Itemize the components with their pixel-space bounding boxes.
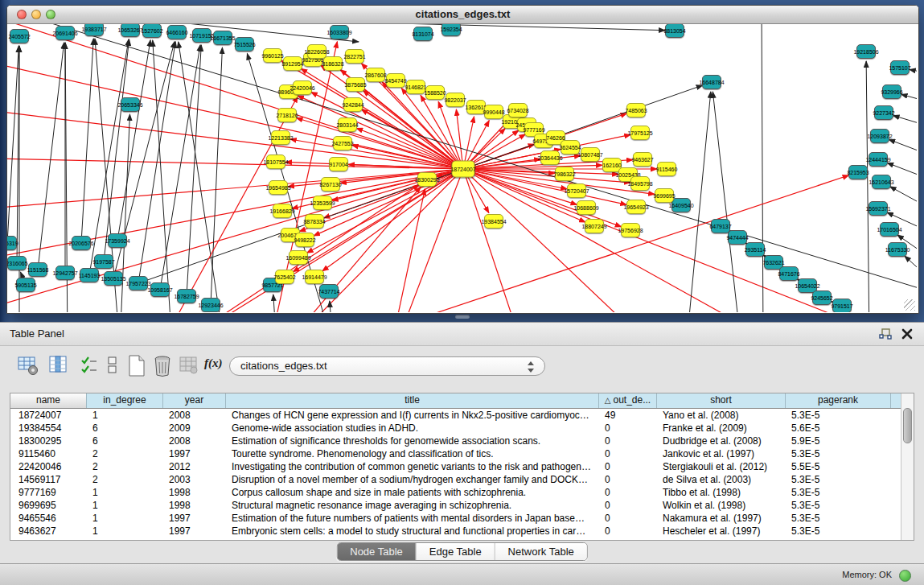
graph-node[interactable]: 1588520 — [425, 85, 445, 100]
graph-node[interactable]: 22420046 — [293, 80, 312, 95]
graph-edge[interactable] — [866, 61, 869, 312]
graph-edge[interactable] — [762, 24, 763, 312]
graph-node[interactable]: 9045319 — [7, 236, 17, 250]
tab-network-table[interactable]: Network Table — [495, 543, 587, 560]
graph-node[interactable]: 1592354 — [441, 24, 461, 36]
graph-node[interactable]: 7485063 — [626, 103, 646, 117]
column-header-name[interactable]: name — [10, 393, 87, 408]
graph-edge[interactable] — [713, 92, 741, 312]
graph-edge[interactable] — [7, 157, 463, 169]
graph-edge[interactable] — [463, 165, 602, 169]
graph-node[interactable]: 17957223 — [129, 276, 148, 290]
graph-node[interactable]: 12353599 — [313, 196, 332, 210]
graph-node[interactable]: 10807487 — [581, 147, 600, 162]
graph-node[interactable]: 18724007 — [452, 161, 475, 178]
graph-node[interactable]: 17359924 — [108, 233, 127, 248]
graph-node[interactable]: 11675330 — [888, 242, 907, 257]
graph-node[interactable]: 8131074 — [413, 27, 433, 41]
graph-node[interactable]: 19654985 — [269, 180, 288, 195]
graph-node[interactable]: 16099489 — [289, 250, 308, 265]
close-window-button[interactable] — [17, 10, 27, 19]
graph-node[interactable]: 9329966 — [882, 84, 901, 99]
column-header-out-degree[interactable]: △out_de... — [599, 393, 657, 408]
graph-node[interactable]: 10958167 — [150, 282, 170, 297]
graph-node[interactable]: 17975125 — [630, 126, 650, 140]
table-row[interactable]: 946362711997Embryonic stem cells: a mode… — [10, 525, 914, 538]
graph-node[interactable]: 9699695 — [655, 188, 674, 203]
graph-node[interactable]: 8454749 — [386, 73, 405, 88]
column-header-title[interactable]: title — [226, 393, 599, 408]
graph-node[interactable]: 19166829 — [273, 204, 292, 218]
checklist-icon[interactable] — [80, 355, 98, 376]
graph-node[interactable]: 1151568 — [28, 262, 47, 277]
window-resize-grip-icon[interactable] — [904, 299, 915, 311]
graph-node[interactable]: 12923446 — [201, 298, 220, 312]
graph-node[interactable]: 18807249 — [585, 219, 604, 233]
graph-node[interactable]: 10719155 — [192, 28, 211, 43]
graph-node[interactable]: 9791517 — [832, 299, 852, 312]
table-select-dropdown[interactable]: citations_edges.txt — [229, 356, 545, 376]
graph-node[interactable]: 8813054 — [665, 24, 684, 38]
graph-node[interactable]: 8471676 — [779, 266, 799, 281]
graph-node[interactable]: 9463627 — [633, 152, 652, 167]
graph-node[interactable]: 17016504 — [880, 222, 899, 237]
graph-node[interactable]: 19218506 — [856, 44, 876, 59]
graph-node[interactable]: 15692371 — [869, 201, 888, 216]
graph-node[interactable]: 9197587 — [94, 254, 113, 269]
graph-node[interactable]: 8215953 — [848, 165, 868, 179]
graph-node[interactable]: 8267130 — [321, 177, 340, 192]
graph-node[interactable]: 15720407 — [567, 183, 586, 198]
table-row[interactable]: 1456911722003Disruption of a novel membe… — [10, 473, 914, 486]
graph-edge[interactable] — [901, 94, 917, 101]
table-row[interactable]: 977716911998Corpus callosum shape and si… — [10, 486, 914, 499]
graph-edge[interactable] — [7, 46, 18, 243]
graph-node[interactable]: 2427552 — [333, 136, 352, 150]
graph-node[interactable]: 7515526 — [235, 37, 254, 51]
graph-edge[interactable] — [889, 139, 917, 153]
graph-edge[interactable] — [81, 39, 93, 243]
tab-node-table[interactable]: Node Table — [337, 543, 417, 560]
vertical-scrollbar[interactable] — [901, 393, 914, 540]
graph-node[interactable]: 12444159 — [869, 152, 888, 167]
graph-node[interactable]: 7437714 — [319, 284, 339, 299]
trash-icon[interactable] — [153, 355, 172, 377]
graph-node[interactable]: 6466160 — [167, 25, 187, 39]
graph-edge[interactable] — [117, 40, 150, 241]
graph-node[interactable]: 1527602 — [142, 24, 162, 38]
graph-node[interactable]: 2935114 — [745, 242, 765, 257]
graph-node[interactable]: 7986322 — [555, 167, 574, 181]
graph-node[interactable]: 9822037 — [446, 93, 465, 107]
graph-node[interactable]: 19756928 — [621, 223, 640, 237]
graph-node[interactable]: 20364436 — [540, 150, 560, 165]
network-canvas[interactable]: 2405572206914061938371710653267152760264… — [7, 24, 917, 312]
graph-node[interactable]: 16210643 — [872, 175, 891, 189]
graph-node[interactable]: 9115460 — [657, 162, 676, 176]
graph-node[interactable]: 16671355 — [213, 31, 232, 45]
graph-node[interactable]: 16033809 — [330, 25, 349, 39]
graph-node[interactable]: 8912954 — [283, 56, 302, 71]
graph-node[interactable]: 16914479 — [305, 270, 324, 284]
graph-node[interactable]: 6479137 — [711, 219, 730, 233]
graph-node[interactable]: 10653267 — [121, 24, 140, 37]
graph-node[interactable]: 2822751 — [345, 49, 364, 64]
graph-node[interactable]: 9474444 — [728, 230, 747, 245]
graph-node[interactable]: 6734028 — [508, 103, 528, 117]
pane-splitter-handle[interactable] — [455, 315, 470, 319]
graph-node[interactable]: 1575107 — [890, 60, 910, 75]
graph-node[interactable]: 13505135 — [104, 271, 123, 286]
graph-node[interactable]: 19384554 — [484, 214, 503, 229]
graph-node[interactable]: 917004 — [329, 157, 348, 171]
table-row[interactable]: 1938455462009Genome-wide association stu… — [10, 422, 914, 435]
table-row[interactable]: 911546021997Tourette syndrome. Phenomeno… — [10, 447, 914, 460]
graph-edge[interactable] — [893, 115, 917, 125]
graph-node[interactable]: 16648784 — [702, 75, 721, 89]
graph-node[interactable]: 8186328 — [323, 56, 343, 71]
graph-edge[interactable] — [463, 169, 530, 312]
table-settings-icon[interactable] — [18, 355, 39, 376]
graph-node[interactable]: 2405572 — [10, 29, 29, 43]
graph-node[interactable]: 1145193 — [80, 268, 99, 282]
graph-node[interactable]: 18300295 — [417, 172, 437, 187]
table-row[interactable]: 969969511998Structural magnetic resonanc… — [10, 499, 914, 512]
column-header-in-degree[interactable]: in_degree — [87, 393, 163, 408]
graph-node[interactable]: 3624554 — [561, 140, 580, 154]
